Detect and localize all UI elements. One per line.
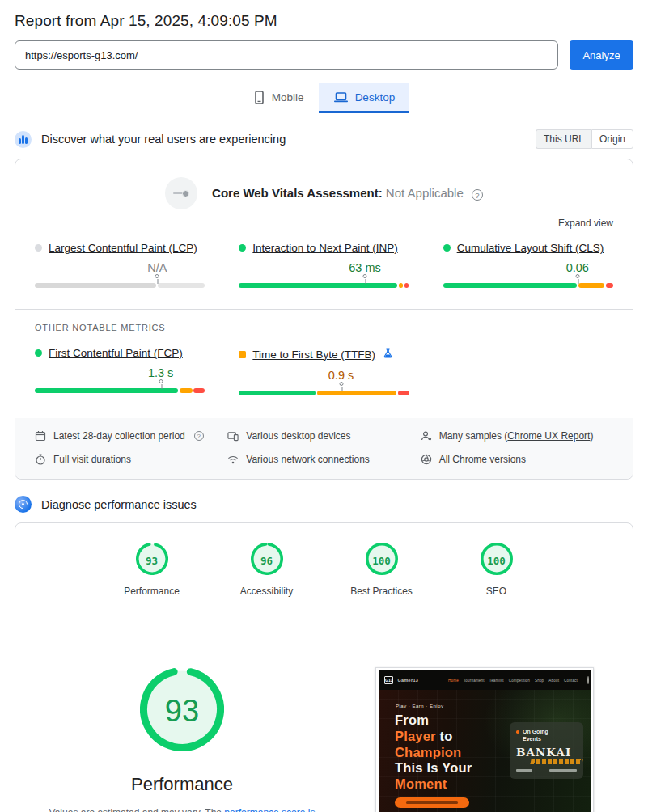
desktop-devices-item: Various desktop devices [227, 430, 420, 442]
crux-collection-info: Latest 28-day collection period ? Full v… [15, 418, 633, 479]
inp-status-dot [239, 244, 246, 252]
category-scores-row: 93 Performance 96 Accessibility 100 Best… [15, 543, 633, 597]
expand-view-button[interactable]: Expand view [35, 218, 613, 229]
ttfb-distribution-bar [239, 391, 409, 395]
crux-section-header: Discover what your real users are experi… [15, 129, 633, 149]
events-title: BANKAI [516, 746, 577, 759]
samples-people-icon [421, 430, 432, 442]
cls-link[interactable]: Cumulative Layout Shift (CLS) [457, 242, 604, 254]
hero-tagline: Play · Earn · Enjoy [396, 704, 444, 708]
events-captions [516, 769, 577, 772]
fcp-distribution-bar [35, 388, 205, 393]
performance-detail-section: 93 Performance Values are estimated and … [15, 615, 633, 812]
site-hero: Play · Earn · Enjoy FromPlayer toChampio… [379, 690, 591, 812]
fcp-status-dot [35, 349, 42, 357]
chrome-icon [421, 454, 432, 465]
lcp-status-dot [35, 244, 42, 252]
inp-distribution-bar [239, 283, 409, 288]
devices-icon [227, 430, 239, 442]
page-screenshot-thumbnail[interactable]: G13 Gamer13 HomeTournamentTeamlistCompet… [375, 667, 594, 812]
core-metrics-row: Largest Contentful Paint (LCP) N/A Inter… [35, 242, 613, 291]
cls-distribution-bar [443, 283, 613, 288]
inp-value: 63 ms [349, 261, 381, 274]
crux-section-title: Discover what your real users are experi… [41, 133, 286, 146]
category-accessibility[interactable]: 96 Accessibility [232, 543, 302, 597]
device-tabs: Mobile Desktop [0, 83, 648, 113]
metric-cls: Cumulative Layout Shift (CLS) 0.06 [443, 242, 613, 291]
url-origin-toggle: This URL Origin [536, 129, 633, 149]
hero-cta-button [395, 797, 469, 808]
ttfb-status-dot [239, 351, 246, 358]
stopwatch-icon [35, 454, 46, 465]
gauge-title: Performance [38, 774, 326, 795]
performance-gauge: 93 [140, 667, 224, 755]
category-best-practices[interactable]: 100 Best Practices [347, 543, 417, 597]
fcp-link[interactable]: First Contentful Paint (FCP) [49, 347, 183, 359]
seo-score-ring: 100 [481, 543, 513, 578]
slider-gauge-icon [165, 177, 197, 209]
help-icon[interactable]: ? [194, 431, 204, 441]
visit-durations-item: Full visit durations [35, 454, 227, 465]
tab-desktop-label: Desktop [355, 91, 396, 104]
cwv-assessment: Core Web Vitals Assessment: Not Applicab… [35, 177, 613, 209]
experimental-flask-icon [383, 347, 392, 362]
calendar-icon [35, 430, 46, 442]
lcp-distribution-bar [35, 283, 205, 288]
performance-gauge-column: 93 Performance Values are estimated and … [38, 667, 326, 812]
chrome-versions-item: All Chrome versions [421, 454, 613, 465]
inp-link[interactable]: Interaction to Next Paint (INP) [252, 242, 397, 254]
site-logo: G13 [384, 676, 393, 684]
metric-ttfb: Time to First Byte (TTFB) 0.9 s [239, 347, 409, 399]
other-metrics-heading: OTHER NOTABLE METRICS [35, 323, 613, 332]
best-practices-score-ring: 100 [366, 543, 398, 578]
site-header: G13 Gamer13 HomeTournamentTeamlistCompet… [379, 670, 591, 690]
lcp-value: N/A [147, 261, 167, 274]
network-connections-item: Various network connections [227, 454, 420, 465]
url-input[interactable] [15, 40, 558, 70]
cwv-assessment-value: Not Applicable [386, 186, 464, 200]
events-subtitle-decor [530, 759, 582, 764]
lighthouse-section-header: Diagnose performance issues [15, 496, 633, 513]
score-disclaimer: Values are estimated and may vary. The p… [41, 806, 323, 812]
mobile-phone-icon [253, 91, 265, 104]
analyze-button[interactable]: Analyze [570, 40, 633, 70]
hero-heading: FromPlayer toChampionThis Is YourMoment [395, 713, 472, 793]
ongoing-events-card: On Going Events BANKAI [510, 722, 583, 779]
notification-bell-icon [587, 676, 589, 684]
url-bar: Analyze [15, 40, 633, 70]
fcp-value: 1.3 s [148, 366, 173, 379]
metric-inp: Interaction to Next Paint (INP) 63 ms [239, 242, 409, 291]
real-users-icon [15, 131, 32, 148]
metric-fcp: First Contentful Paint (FCP) 1.3 s [35, 347, 205, 399]
cls-status-dot [443, 244, 451, 252]
tab-mobile-label: Mobile [272, 91, 304, 104]
other-metrics-row: First Contentful Paint (FCP) 1.3 s Time … [35, 347, 613, 399]
category-performance[interactable]: 93 Performance [117, 543, 187, 597]
toggle-origin[interactable]: Origin [591, 129, 633, 149]
lighthouse-card: 93 Performance 96 Accessibility 100 Best… [15, 522, 633, 812]
diagnose-gauge-icon [15, 496, 32, 513]
events-kicker: On Going Events [516, 728, 577, 742]
category-seo[interactable]: 100 SEO [462, 543, 532, 597]
page-title: Report from Apr 15, 2025, 4:09:05 PM [15, 12, 633, 30]
pagespeed-report-page: Report from Apr 15, 2025, 4:09:05 PM Ana… [0, 12, 648, 812]
toggle-this-url[interactable]: This URL [536, 129, 591, 149]
collection-period-item: Latest 28-day collection period ? [35, 430, 227, 442]
site-brand-name: Gamer13 [397, 678, 418, 683]
screenshot-site-preview: G13 Gamer13 HomeTournamentTeamlistCompet… [379, 670, 591, 812]
cls-value: 0.06 [566, 261, 589, 274]
lcp-link[interactable]: Largest Contentful Paint (LCP) [49, 242, 197, 254]
performance-score-ring: 93 [136, 543, 168, 578]
help-icon[interactable]: ? [472, 189, 483, 201]
ttfb-value: 0.9 s [328, 369, 354, 382]
cwv-assessment-label: Core Web Vitals Assessment: [212, 186, 383, 200]
chrome-ux-report-link[interactable]: Chrome UX Report [507, 430, 590, 442]
accessibility-score-ring: 96 [251, 543, 283, 578]
tab-mobile[interactable]: Mobile [239, 83, 319, 113]
tab-desktop[interactable]: Desktop [319, 83, 410, 113]
many-samples-item: Many samples (Chrome UX Report) [421, 430, 613, 442]
desktop-laptop-icon [333, 91, 349, 104]
network-signal-icon [227, 455, 239, 465]
ttfb-link[interactable]: Time to First Byte (TTFB) [252, 349, 375, 361]
crux-card: Core Web Vitals Assessment: Not Applicab… [15, 159, 633, 480]
